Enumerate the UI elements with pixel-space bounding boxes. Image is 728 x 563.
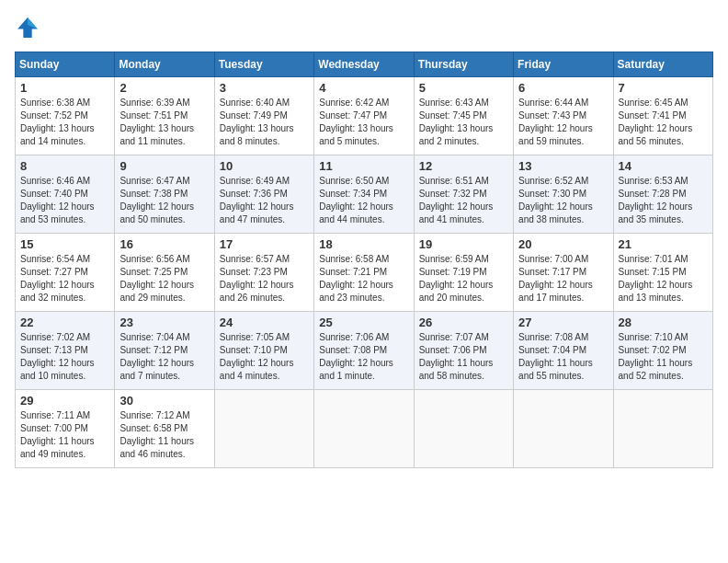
calendar-day-cell: 19 Sunrise: 6:59 AM Sunset: 7:19 PM Dayl… xyxy=(414,234,513,312)
calendar-day-cell: 30 Sunrise: 7:12 AM Sunset: 6:58 PM Dayl… xyxy=(115,390,214,468)
day-info: Sunrise: 6:45 AM Sunset: 7:41 PM Dayligh… xyxy=(619,97,708,148)
day-info: Sunrise: 6:53 AM Sunset: 7:28 PM Dayligh… xyxy=(619,175,708,226)
day-info: Sunrise: 6:40 AM Sunset: 7:49 PM Dayligh… xyxy=(220,97,309,148)
day-number: 13 xyxy=(518,159,608,173)
day-number: 26 xyxy=(419,316,508,329)
day-info: Sunrise: 6:39 AM Sunset: 7:51 PM Dayligh… xyxy=(119,97,209,148)
day-info: Sunrise: 7:06 AM Sunset: 7:08 PM Dayligh… xyxy=(319,331,408,383)
calendar-day-cell: 2 Sunrise: 6:39 AM Sunset: 7:51 PM Dayli… xyxy=(115,77,214,155)
calendar-week-row: 29 Sunrise: 7:11 AM Sunset: 7:00 PM Dayl… xyxy=(16,390,713,468)
day-number: 14 xyxy=(619,159,708,173)
calendar-day-cell: 26 Sunrise: 7:07 AM Sunset: 7:06 PM Dayl… xyxy=(414,312,513,390)
calendar-day-cell: 1 Sunrise: 6:38 AM Sunset: 7:52 PM Dayli… xyxy=(16,77,115,155)
day-info: Sunrise: 7:02 AM Sunset: 7:13 PM Dayligh… xyxy=(20,331,109,383)
calendar-day-cell: 11 Sunrise: 6:50 AM Sunset: 7:34 PM Dayl… xyxy=(314,155,414,234)
calendar-day-cell: 21 Sunrise: 7:01 AM Sunset: 7:15 PM Dayl… xyxy=(613,234,712,312)
day-number: 22 xyxy=(20,316,109,329)
weekday-header: Tuesday xyxy=(214,52,313,77)
weekday-header: Saturday xyxy=(613,52,712,77)
day-info: Sunrise: 6:51 AM Sunset: 7:32 PM Dayligh… xyxy=(419,175,508,226)
day-info: Sunrise: 6:47 AM Sunset: 7:38 PM Dayligh… xyxy=(119,175,209,226)
day-number: 29 xyxy=(20,394,109,408)
calendar-day-cell: 25 Sunrise: 7:06 AM Sunset: 7:08 PM Dayl… xyxy=(314,312,414,390)
calendar-day-cell: 20 Sunrise: 7:00 AM Sunset: 7:17 PM Dayl… xyxy=(514,234,613,312)
day-number: 19 xyxy=(419,237,508,251)
day-number: 11 xyxy=(319,159,408,173)
day-number: 16 xyxy=(119,237,209,251)
day-number: 20 xyxy=(518,237,608,251)
calendar-day-cell: 15 Sunrise: 6:54 AM Sunset: 7:27 PM Dayl… xyxy=(16,234,115,312)
day-info: Sunrise: 6:44 AM Sunset: 7:43 PM Dayligh… xyxy=(518,97,608,148)
weekday-header: Friday xyxy=(514,52,613,77)
day-info: Sunrise: 6:49 AM Sunset: 7:36 PM Dayligh… xyxy=(220,175,309,226)
calendar-day-cell xyxy=(214,390,313,468)
day-number: 8 xyxy=(20,159,109,173)
page-header xyxy=(15,15,713,40)
day-info: Sunrise: 6:50 AM Sunset: 7:34 PM Dayligh… xyxy=(319,175,408,226)
weekday-header: Wednesday xyxy=(314,52,414,77)
calendar-day-cell: 10 Sunrise: 6:49 AM Sunset: 7:36 PM Dayl… xyxy=(214,155,313,234)
day-info: Sunrise: 6:56 AM Sunset: 7:25 PM Dayligh… xyxy=(119,253,209,304)
day-info: Sunrise: 7:00 AM Sunset: 7:17 PM Dayligh… xyxy=(518,253,608,304)
calendar-day-cell: 6 Sunrise: 6:44 AM Sunset: 7:43 PM Dayli… xyxy=(514,77,613,155)
day-info: Sunrise: 7:07 AM Sunset: 7:06 PM Dayligh… xyxy=(419,331,508,383)
day-number: 12 xyxy=(419,159,508,173)
calendar-day-cell: 13 Sunrise: 6:52 AM Sunset: 7:30 PM Dayl… xyxy=(514,155,613,234)
calendar-header-row: SundayMondayTuesdayWednesdayThursdayFrid… xyxy=(16,52,713,77)
day-number: 3 xyxy=(220,81,309,95)
calendar-day-cell: 17 Sunrise: 6:57 AM Sunset: 7:23 PM Dayl… xyxy=(214,234,313,312)
calendar-day-cell: 12 Sunrise: 6:51 AM Sunset: 7:32 PM Dayl… xyxy=(414,155,513,234)
calendar-week-row: 8 Sunrise: 6:46 AM Sunset: 7:40 PM Dayli… xyxy=(16,155,713,234)
day-info: Sunrise: 6:59 AM Sunset: 7:19 PM Dayligh… xyxy=(419,253,508,304)
day-number: 17 xyxy=(220,237,309,251)
day-number: 2 xyxy=(119,81,209,95)
calendar-day-cell: 8 Sunrise: 6:46 AM Sunset: 7:40 PM Dayli… xyxy=(16,155,115,234)
calendar-day-cell xyxy=(514,390,613,468)
day-number: 1 xyxy=(20,81,109,95)
day-info: Sunrise: 7:10 AM Sunset: 7:02 PM Dayligh… xyxy=(619,331,708,383)
calendar-day-cell: 28 Sunrise: 7:10 AM Sunset: 7:02 PM Dayl… xyxy=(613,312,712,390)
calendar-day-cell: 18 Sunrise: 6:58 AM Sunset: 7:21 PM Dayl… xyxy=(314,234,414,312)
calendar-day-cell xyxy=(314,390,414,468)
day-number: 7 xyxy=(619,81,708,95)
day-number: 25 xyxy=(319,316,408,329)
day-number: 27 xyxy=(518,316,608,329)
day-number: 30 xyxy=(119,394,209,408)
calendar-week-row: 15 Sunrise: 6:54 AM Sunset: 7:27 PM Dayl… xyxy=(16,234,713,312)
day-number: 23 xyxy=(119,316,209,329)
weekday-header: Thursday xyxy=(414,52,513,77)
day-info: Sunrise: 7:01 AM Sunset: 7:15 PM Dayligh… xyxy=(619,253,708,304)
day-info: Sunrise: 6:58 AM Sunset: 7:21 PM Dayligh… xyxy=(319,253,408,304)
calendar-day-cell: 24 Sunrise: 7:05 AM Sunset: 7:10 PM Dayl… xyxy=(214,312,313,390)
day-number: 9 xyxy=(119,159,209,173)
day-info: Sunrise: 7:05 AM Sunset: 7:10 PM Dayligh… xyxy=(220,331,309,383)
day-info: Sunrise: 6:57 AM Sunset: 7:23 PM Dayligh… xyxy=(220,253,309,304)
day-number: 21 xyxy=(619,237,708,251)
day-number: 15 xyxy=(20,237,109,251)
day-number: 10 xyxy=(220,159,309,173)
day-info: Sunrise: 6:43 AM Sunset: 7:45 PM Dayligh… xyxy=(419,97,508,148)
day-number: 6 xyxy=(518,81,608,95)
day-info: Sunrise: 7:04 AM Sunset: 7:12 PM Dayligh… xyxy=(119,331,209,383)
calendar-day-cell: 5 Sunrise: 6:43 AM Sunset: 7:45 PM Dayli… xyxy=(414,77,513,155)
calendar-day-cell: 9 Sunrise: 6:47 AM Sunset: 7:38 PM Dayli… xyxy=(115,155,214,234)
day-info: Sunrise: 7:11 AM Sunset: 7:00 PM Dayligh… xyxy=(20,409,109,461)
weekday-header: Sunday xyxy=(16,52,115,77)
calendar-week-row: 22 Sunrise: 7:02 AM Sunset: 7:13 PM Dayl… xyxy=(16,312,713,390)
calendar-day-cell: 7 Sunrise: 6:45 AM Sunset: 7:41 PM Dayli… xyxy=(613,77,712,155)
calendar-day-cell: 29 Sunrise: 7:11 AM Sunset: 7:00 PM Dayl… xyxy=(16,390,115,468)
day-info: Sunrise: 6:42 AM Sunset: 7:47 PM Dayligh… xyxy=(319,97,408,148)
day-info: Sunrise: 7:08 AM Sunset: 7:04 PM Dayligh… xyxy=(518,331,608,383)
weekday-header: Monday xyxy=(115,52,214,77)
day-info: Sunrise: 6:38 AM Sunset: 7:52 PM Dayligh… xyxy=(20,97,109,148)
day-info: Sunrise: 6:52 AM Sunset: 7:30 PM Dayligh… xyxy=(518,175,608,226)
day-info: Sunrise: 6:54 AM Sunset: 7:27 PM Dayligh… xyxy=(20,253,109,304)
logo xyxy=(15,15,44,40)
calendar-day-cell: 3 Sunrise: 6:40 AM Sunset: 7:49 PM Dayli… xyxy=(214,77,313,155)
calendar-day-cell: 27 Sunrise: 7:08 AM Sunset: 7:04 PM Dayl… xyxy=(514,312,613,390)
day-number: 18 xyxy=(319,237,408,251)
day-number: 28 xyxy=(619,316,708,329)
day-number: 4 xyxy=(319,81,408,95)
day-number: 24 xyxy=(220,316,309,329)
calendar-week-row: 1 Sunrise: 6:38 AM Sunset: 7:52 PM Dayli… xyxy=(16,77,713,155)
